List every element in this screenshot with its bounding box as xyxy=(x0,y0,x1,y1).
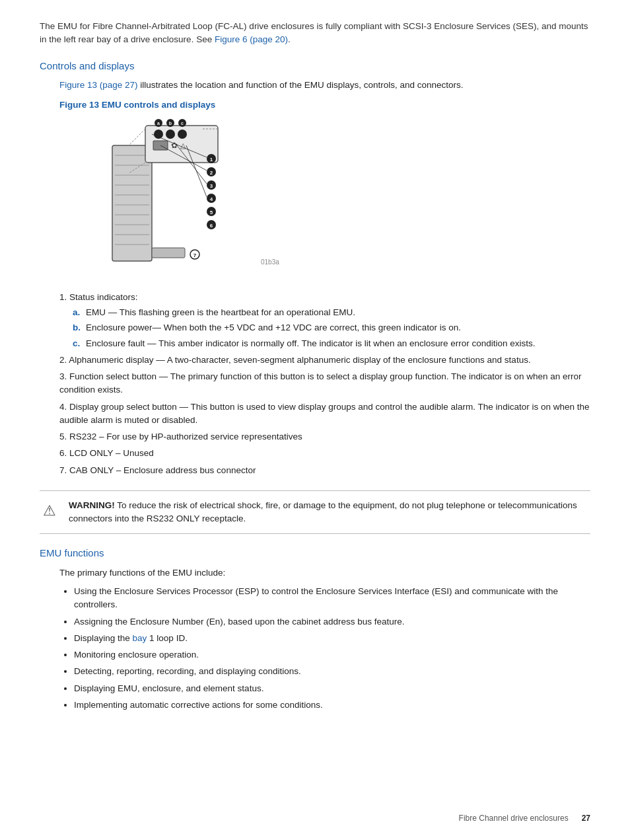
svg-point-12 xyxy=(154,130,163,139)
bullet-1: Using the Enclosure Services Processor (… xyxy=(74,585,590,612)
controls-para: Figure 13 (page 27) illustrates the loca… xyxy=(59,79,590,92)
footer-left: Fibre Channel drive enclosures xyxy=(459,812,569,824)
warning-box: ⚠ WARNING! To reduce the risk of electri… xyxy=(40,490,590,535)
sub-c-text: Enclosure fault — This amber indicator i… xyxy=(86,337,536,350)
svg-rect-45 xyxy=(152,248,185,258)
letter-b: b. xyxy=(73,321,82,334)
desc-item-3: 3. Function select button — The primary … xyxy=(59,370,590,397)
svg-text:1: 1 xyxy=(210,156,213,162)
svg-rect-0 xyxy=(112,145,152,261)
description-list: 1. Status indicators: a. EMU — This flas… xyxy=(59,291,590,477)
item5-text: 5. RS232 – For use by HP-authorized serv… xyxy=(59,432,302,441)
svg-line-24 xyxy=(129,129,145,145)
letter-c: c. xyxy=(73,337,82,350)
bullet-4: Monitoring enclosure operation. xyxy=(74,648,590,662)
svg-point-14 xyxy=(178,130,187,139)
item3-text: 3. Function select button — The primary … xyxy=(59,371,581,395)
item4-text: 4. Display group select button — This bu… xyxy=(59,402,589,425)
controls-para-text: illustrates the location and function of… xyxy=(138,80,464,90)
bullet-3: Displaying the bay 1 loop ID. xyxy=(74,632,590,645)
item6-text: 6. LCD ONLY – Unused xyxy=(59,448,154,458)
desc-item-2: 2. Alphanumeric display — A two-characte… xyxy=(59,354,590,367)
svg-text:✿: ✿ xyxy=(171,141,178,150)
item1-num: 1. xyxy=(59,292,69,302)
svg-text:b: b xyxy=(169,121,172,126)
intro-paragraph: The EMU for Fibre Channel-Arbitrated Loo… xyxy=(40,20,590,47)
emu-functions-heading: EMU functions xyxy=(40,546,590,561)
sub-item-c: c. Enclosure fault — This amber indicato… xyxy=(73,337,590,350)
desc-item-7: 7. CAB ONLY – Enclosure address bus conn… xyxy=(59,464,590,477)
bullet-5: Detecting, reporting, recording, and dis… xyxy=(74,665,590,678)
letter-a: a. xyxy=(73,306,82,319)
figure-title: Figure 13 EMU controls and displays xyxy=(59,98,215,112)
bullet-2: Assigning the Enclosure Number (En), bas… xyxy=(74,615,590,629)
svg-text:5: 5 xyxy=(210,209,213,215)
bullet1-text: Using the Enclosure Services Processor (… xyxy=(74,586,558,609)
desc-item-4: 4. Display group select button — This bu… xyxy=(59,401,590,428)
svg-text:a: a xyxy=(157,121,160,126)
warning-body: To reduce the risk of electrical shock, … xyxy=(69,500,577,523)
figure13-link[interactable]: Figure 13 (page 27) xyxy=(59,80,138,90)
svg-text:c: c xyxy=(181,121,184,126)
svg-text:4: 4 xyxy=(210,196,213,202)
figure-container: Figure 13 EMU controls and displays xyxy=(59,98,590,280)
intro-text: The EMU for Fibre Channel-Arbitrated Loo… xyxy=(40,21,588,44)
bullet3-text-after: 1 loop ID. xyxy=(147,633,188,643)
desc-item-6: 6. LCD ONLY – Unused xyxy=(59,447,590,460)
svg-text:3: 3 xyxy=(210,182,213,188)
bullet7-text: Implementing automatic corrective action… xyxy=(74,700,323,710)
sub-a-text: EMU — This flashing green is the heartbe… xyxy=(86,306,355,319)
warning-triangle-icon: ⚠ xyxy=(40,500,59,521)
sub-item-a: a. EMU — This flashing green is the hear… xyxy=(73,306,590,319)
svg-text:2: 2 xyxy=(210,169,213,175)
bay-link[interactable]: bay xyxy=(133,633,147,643)
desc-item-1: 1. Status indicators: a. EMU — This flas… xyxy=(59,291,590,350)
sub-b-text: Enclosure power— When both the +5 VDC an… xyxy=(86,321,461,334)
controls-heading: Controls and displays xyxy=(40,59,590,74)
svg-point-13 xyxy=(166,130,175,139)
svg-text:7: 7 xyxy=(193,252,197,258)
warning-text-block: WARNING! To reduce the risk of electrica… xyxy=(69,499,590,526)
warning-label: WARNING! xyxy=(69,500,115,510)
sub-list-1: a. EMU — This flashing green is the hear… xyxy=(73,306,590,350)
sub-item-b: b. Enclosure power— When both the +5 VDC… xyxy=(73,321,590,334)
page-footer: Fibre Channel drive enclosures 27 xyxy=(459,812,590,824)
bullet5-text: Detecting, reporting, recording, and dis… xyxy=(74,666,301,676)
emu-functions-intro: The primary functions of the EMU include… xyxy=(59,566,590,580)
intro-after: . xyxy=(288,34,291,44)
svg-text:6: 6 xyxy=(210,222,213,228)
bullet4-text: Monitoring enclosure operation. xyxy=(74,650,199,660)
footer-page: 27 xyxy=(582,812,590,824)
item1-label: Status indicators: xyxy=(69,292,138,302)
bullet-7: Implementing automatic corrective action… xyxy=(74,699,590,712)
item7-text: 7. CAB ONLY – Enclosure address bus conn… xyxy=(59,465,256,475)
svg-text:01b3a: 01b3a xyxy=(261,258,279,266)
figure-svg: ✿ △ a b c 1 xyxy=(73,119,297,275)
intro-link[interactable]: Figure 6 (page 20) xyxy=(215,34,288,44)
bullet3-text-before: Displaying the xyxy=(74,633,133,643)
desc-item-5: 5. RS232 – For use by HP-authorized serv… xyxy=(59,430,590,443)
bullet6-text: Displaying EMU, enclosure, and element s… xyxy=(74,683,263,693)
bullet-6: Displaying EMU, enclosure, and element s… xyxy=(74,682,590,695)
emu-functions-list: Using the Enclosure Services Processor (… xyxy=(74,585,590,712)
item2-text: 2. Alphanumeric display — A two-characte… xyxy=(59,355,531,365)
bullet2-text: Assigning the Enclosure Number (En), bas… xyxy=(74,617,405,627)
